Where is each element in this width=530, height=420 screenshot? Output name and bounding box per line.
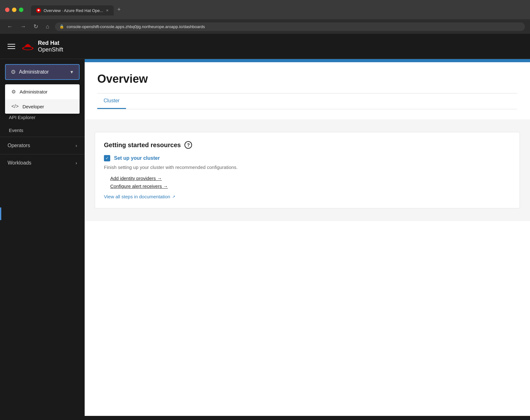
add-identity-providers-link[interactable]: Add identity providers →: [110, 176, 504, 181]
perspective-label: Administrator: [19, 69, 66, 75]
sidebar-section-operators: Operators ›: [0, 137, 85, 154]
close-button[interactable]: [5, 8, 9, 12]
developer-label: Developer: [22, 104, 44, 109]
hamburger-menu[interactable]: [8, 44, 15, 49]
tab-cluster-label: Cluster: [104, 98, 120, 103]
lock-icon: 🔒: [59, 24, 64, 29]
main-content: Overview Cluster Getting started resourc…: [85, 59, 530, 416]
card-title-text: Getting started resources: [104, 141, 181, 149]
developer-code-icon: </>: [11, 104, 19, 109]
logo-text: Red Hat OpenShift: [38, 40, 63, 53]
perspective-chevron-icon: ▼: [69, 69, 74, 75]
perspective-gear-icon: ⚙: [11, 69, 16, 75]
browser-toolbar: ← → ↻ ⌂ 🔒 console-openshift-console.apps…: [0, 19, 530, 34]
sidebar-workloads-button[interactable]: Workloads ›: [0, 154, 85, 171]
url-text: console-openshift-console.apps.zhbq0jig.…: [67, 24, 205, 29]
setup-checkbox-icon: ✓: [104, 155, 110, 161]
sidebar: ⚙ Administrator ▼ ⚙ Administrator </> De…: [0, 59, 85, 416]
tab-close-icon[interactable]: ✕: [106, 9, 109, 13]
app: Red Hat OpenShift ⚙ Administrator ▼ ⚙ Ad…: [0, 34, 530, 416]
active-tab[interactable]: Overview · Azure Red Hat Ope... ✕: [31, 5, 114, 15]
tab-cluster[interactable]: Cluster: [97, 93, 126, 109]
product-name: OpenShift: [38, 46, 63, 53]
forward-button[interactable]: →: [18, 22, 28, 31]
perspective-dropdown: ⚙ Administrator </> Developer: [5, 84, 80, 114]
administrator-gear-icon: ⚙: [11, 89, 16, 95]
redhat-hat-icon: [21, 41, 34, 51]
main-inner: Overview Cluster: [85, 62, 530, 119]
content-section: Getting started resources ? ✓ Set up you…: [85, 119, 530, 221]
sidebar-accent-bar: [0, 207, 1, 220]
main-header-bar: [85, 59, 530, 62]
events-label: Events: [9, 128, 23, 133]
workloads-label: Workloads: [8, 160, 31, 166]
perspective-option-developer[interactable]: </> Developer: [5, 99, 80, 114]
home-button[interactable]: ⌂: [44, 22, 51, 31]
external-link-icon: ↗: [172, 195, 175, 199]
api-explorer-label: API Explorer: [9, 115, 35, 120]
perspective-option-administrator[interactable]: ⚙ Administrator: [5, 84, 80, 99]
back-button[interactable]: ←: [5, 22, 15, 31]
tab-title: Overview · Azure Red Hat Ope...: [44, 8, 103, 13]
setup-cluster-item: ✓ Set up your cluster: [104, 155, 511, 161]
traffic-lights: [5, 8, 23, 12]
app-header: Red Hat OpenShift: [0, 34, 530, 59]
app-body: ⚙ Administrator ▼ ⚙ Administrator </> De…: [0, 59, 530, 416]
card-title: Getting started resources ?: [104, 141, 511, 149]
logo-area: Red Hat OpenShift: [21, 40, 63, 53]
page-title: Overview: [97, 72, 517, 86]
view-docs-link[interactable]: View all steps in documentation ↗: [104, 194, 511, 199]
configure-alert-receivers-link[interactable]: Configure alert receivers →: [110, 183, 504, 189]
view-docs-label: View all steps in documentation: [104, 194, 170, 199]
new-tab-button[interactable]: +: [114, 4, 125, 15]
getting-started-card: Getting started resources ? ✓ Set up you…: [95, 132, 520, 208]
maximize-button[interactable]: [19, 8, 23, 12]
address-bar[interactable]: 🔒 console-openshift-console.apps.zhbq0ji…: [55, 22, 525, 31]
tab-favicon: [36, 8, 41, 13]
setup-cluster-desc: Finish setting up your cluster with reco…: [104, 165, 511, 170]
brand-name: Red Hat: [38, 40, 63, 46]
operators-chevron-icon: ›: [75, 143, 77, 148]
setup-cluster-label[interactable]: Set up your cluster: [114, 155, 160, 161]
workloads-chevron-icon: ›: [75, 160, 77, 165]
operators-label: Operators: [8, 143, 30, 148]
help-icon[interactable]: ?: [184, 141, 192, 149]
sidebar-operators-button[interactable]: Operators ›: [0, 137, 85, 154]
svg-point-2: [23, 47, 32, 50]
perspective-selector[interactable]: ⚙ Administrator ▼: [5, 64, 80, 80]
browser-titlebar: Overview · Azure Red Hat Ope... ✕ +: [0, 0, 530, 19]
tabs-bar: Cluster: [97, 93, 517, 109]
browser-tabs: Overview · Azure Red Hat Ope... ✕ +: [31, 4, 124, 15]
sidebar-item-events[interactable]: Events: [0, 124, 85, 137]
reload-button[interactable]: ↻: [32, 22, 40, 31]
administrator-label: Administrator: [20, 89, 47, 94]
redhat-logo: [21, 41, 34, 51]
sidebar-section-workloads: Workloads ›: [0, 154, 85, 171]
minimize-button[interactable]: [12, 8, 16, 12]
